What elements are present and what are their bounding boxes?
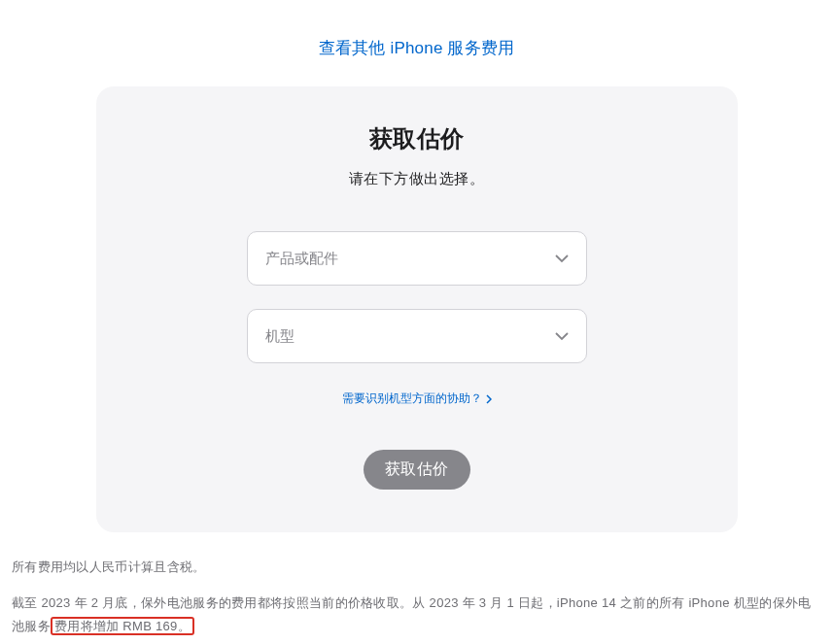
card-title: 获取估价 (116, 123, 718, 154)
footer-line-1: 所有费用均以人民币计算且含税。 (0, 556, 833, 580)
model-select-placeholder: 机型 (265, 327, 555, 346)
product-select[interactable]: 产品或配件 (247, 231, 587, 286)
estimate-card: 获取估价 请在下方做出选择。 产品或配件 机型 需要识别机型方面的协助？ 获取估… (96, 86, 738, 532)
price-increase-highlight: 费用将增加 RMB 169。 (51, 617, 194, 635)
top-link-container: 查看其他 iPhone 服务费用 (0, 0, 833, 86)
card-subtitle: 请在下方做出选择。 (116, 170, 718, 188)
chevron-right-icon (486, 394, 492, 404)
help-identify-link[interactable]: 需要识别机型方面的协助？ (342, 390, 492, 407)
footer-line-2: 截至 2023 年 2 月底，保外电池服务的费用都将按照当前的价格收取。从 20… (0, 592, 833, 639)
chevron-down-icon (555, 329, 569, 343)
model-select[interactable]: 机型 (247, 309, 587, 363)
submit-row: 获取估价 (116, 450, 718, 490)
help-identify-label: 需要识别机型方面的协助？ (342, 390, 482, 407)
chevron-down-icon (555, 252, 569, 265)
other-services-link[interactable]: 查看其他 iPhone 服务费用 (319, 39, 515, 57)
get-estimate-button[interactable]: 获取估价 (364, 450, 470, 490)
product-select-placeholder: 产品或配件 (265, 250, 555, 268)
